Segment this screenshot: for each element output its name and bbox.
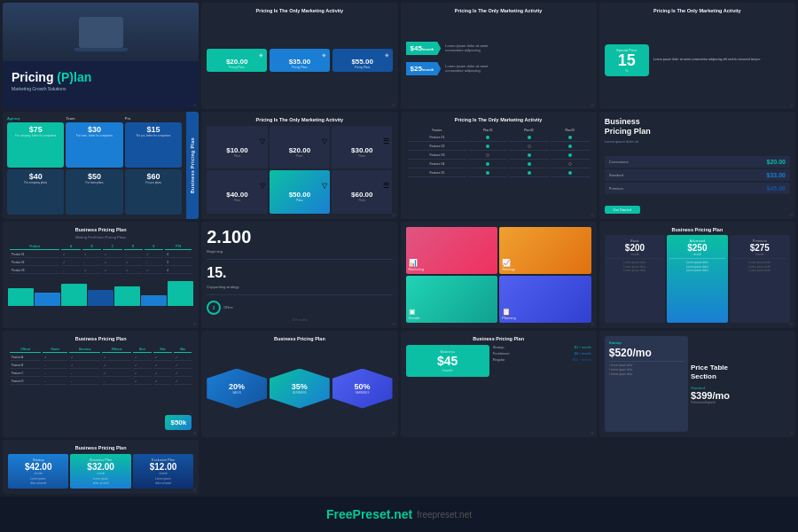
empty-dot: [528, 145, 531, 148]
card-icon-5: ▽: [322, 182, 327, 190]
card-label-1: Plans: [234, 154, 241, 158]
tier-basic: Basic $200 /month Lorem ipsum dolorLorem…: [605, 235, 665, 323]
stat-row-2: 15.: [207, 265, 392, 281]
card-icon-3: ☰: [383, 137, 389, 145]
bar-5: [114, 286, 140, 306]
price-card-1: ◈ $20.00 Pricing Plans: [207, 49, 267, 72]
special-price-box: Special Price 15 %: [605, 44, 649, 76]
color-box-2: 📈 Strategy: [499, 227, 591, 274]
shield-val-3: 50%: [355, 382, 371, 391]
slide-16-startup: Startup $520/mo • Lorem ipsum dolor• Lor…: [599, 331, 795, 437]
cell: -: [61, 268, 80, 274]
check-dot: [528, 162, 531, 166]
team-card-bot: $50 For team plans: [66, 169, 122, 215]
monthly-item-3: Regular $22 / month: [493, 357, 591, 362]
price-tag-badge: $50k: [165, 415, 192, 430]
table-row: Feature 02: [408, 144, 590, 151]
card-icon-1: ▽: [260, 137, 265, 145]
biz-tag-table: Offered Starter Business Efficient Best …: [8, 345, 193, 387]
three-tier-container: Basic $200 /month Lorem ipsum dolorLorem…: [605, 235, 790, 323]
price-label-3: Pricing Plans: [355, 66, 371, 69]
stat-row-3: 2 Office: [207, 301, 392, 315]
footer-domain: freepreset.net: [417, 510, 472, 520]
product-name: Product 02: [10, 260, 59, 266]
price-list: Cornerstone $20.00 Standard $33.00 Premi…: [605, 146, 790, 204]
cell: 3: [165, 260, 192, 266]
table-row: Feature D ---✓✓✓: [10, 379, 192, 385]
price-icon-2: ◈: [322, 51, 326, 58]
mini-card-4: ▽ $40.00 Plans: [207, 170, 267, 213]
agency-desc2: For company plans: [24, 181, 47, 184]
card-icon-2: ▽: [322, 137, 327, 145]
tier-period: /month: [35, 472, 43, 475]
slide-heading: Pricing Is The Only Marketing Activity: [406, 117, 591, 123]
col-pricing-content: Agency $75 For company, better for compa…: [3, 112, 186, 218]
stat-number-1: 2.100: [207, 228, 251, 246]
col-c: C: [103, 244, 121, 250]
product-name: Product 03: [10, 268, 59, 274]
mini-card-6: ☰ $60.00 Plans: [332, 170, 392, 213]
bar-2: [35, 293, 60, 306]
slide-6-card-grid: Pricing Is The Only Marketing Activity ▽…: [201, 112, 397, 218]
tier-val-biz: $32.00: [87, 462, 114, 472]
item-label-regular: Regular: [493, 357, 505, 362]
slide-number: 23: [591, 214, 593, 217]
cta-button[interactable]: Get Started: [605, 206, 640, 214]
slide-number: 35: [193, 432, 196, 435]
tier-val-startup: $42.00: [25, 462, 52, 472]
price-item-label-3: Premium: [609, 186, 623, 191]
pro-price2: $60: [147, 172, 160, 181]
divider: [732, 258, 787, 259]
price-value-2: $25: [411, 65, 422, 73]
startup-right: Price TableSection Standard $399/mo Prof…: [691, 336, 790, 432]
cell: ✓: [61, 252, 80, 258]
check-dot: [568, 136, 572, 139]
box-label-1: Marketing: [409, 267, 496, 271]
cell: ✓: [82, 252, 101, 258]
price-item-label-1: Cornerstone: [609, 160, 629, 164]
price-table-heading: Price TableSection: [691, 364, 790, 380]
card-icon-6: ☰: [383, 182, 389, 190]
cell: ✓: [124, 260, 143, 266]
color-box-3: ▣ Growth: [406, 276, 498, 323]
cell: ✓: [124, 268, 143, 274]
slide-number: 03: [591, 104, 593, 107]
arrow-box-2: $25/month: [406, 62, 442, 75]
table-row: Feature 04: [408, 161, 590, 168]
slide-4-special: Pricing Is The Only Marketing Activity S…: [599, 3, 795, 109]
shield-val-1: 20%: [229, 382, 245, 391]
footer: FreePreset.net freepreset.net: [0, 497, 798, 532]
arrow-desc-2: Lorem ipsum dolor sit amet consectetur a…: [445, 64, 489, 73]
item-val-regular: $22 / month: [573, 357, 591, 362]
price-card-2: ◈ $35.00 Pricing Plans: [270, 49, 330, 72]
feature-name: Feature 04: [408, 161, 467, 168]
special-number: 15: [608, 52, 645, 68]
slide-number: 28: [193, 323, 196, 326]
feature-name: Feature D: [10, 379, 41, 385]
hero-title: Pricing (P)lan: [12, 70, 91, 85]
table-row: Product 03 -✓ ✓✓ ✓4: [10, 268, 192, 274]
card-label-3: Plans: [359, 154, 366, 158]
shields-container: 20% SALES 35% BUSINESS 50% EARNINGS: [207, 345, 392, 433]
slide-heading: Business Pricing Plan: [605, 227, 790, 233]
standard-price: $399/mo: [691, 390, 790, 401]
cell: 4: [165, 252, 192, 258]
team-desc: For team, better for companies: [76, 134, 113, 137]
table-row: Feature 03: [408, 153, 590, 160]
tier-period-premium: /month: [755, 253, 763, 256]
cell: -: [145, 260, 163, 266]
feature-header: Feature: [408, 128, 467, 133]
arrow-desc-1: Lorem ipsum dolor sit amet consectetur a…: [445, 43, 489, 52]
divider: [609, 361, 684, 362]
col-s2: Business: [69, 347, 100, 353]
check-dot: [486, 145, 489, 148]
slide-9-biz-table: Business Pricing Plan Making Profit from…: [3, 222, 199, 328]
slide-14-shields: Business Pricing Plan 20% SALES 35% BUSI…: [201, 331, 397, 437]
slide-1-hero: Pricing (P)lan Marketing Growth Solution…: [3, 3, 199, 109]
empty-dot: [486, 153, 489, 157]
plan-header-1: Plan 01: [468, 128, 507, 133]
col-d: D: [124, 244, 143, 250]
slide-number: 02: [392, 104, 395, 107]
agency-card-top: $75 For company, better for companies: [7, 122, 64, 168]
item-label-freelancer: Freelancer: [493, 351, 510, 356]
